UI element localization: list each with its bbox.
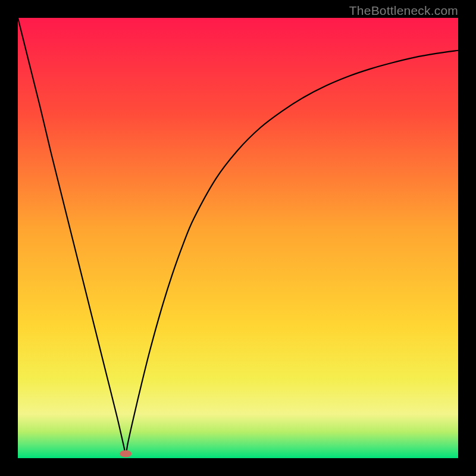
chart-frame: TheBottleneck.com — [0, 0, 476, 476]
minimum-marker — [120, 450, 131, 458]
plot-area — [18, 18, 458, 458]
watermark-text: TheBottleneck.com — [349, 4, 458, 18]
gradient-background — [18, 18, 458, 458]
chart-svg — [18, 18, 458, 458]
